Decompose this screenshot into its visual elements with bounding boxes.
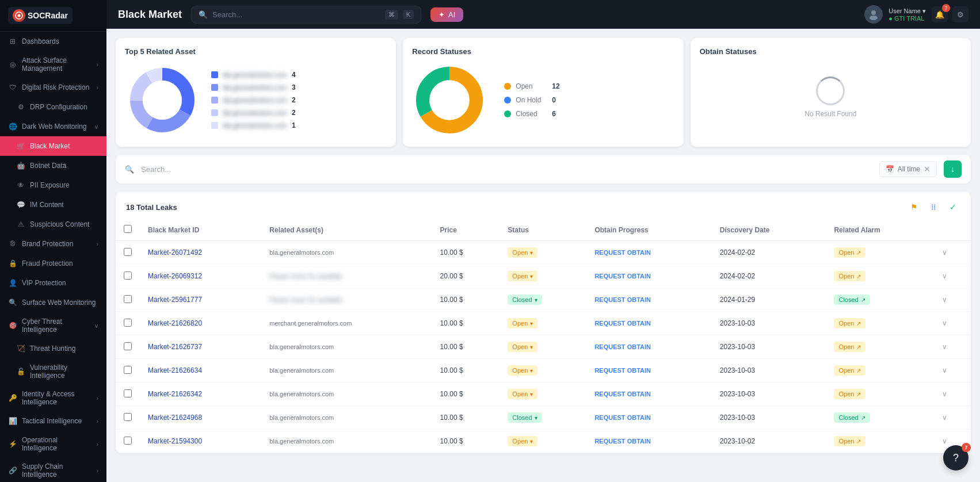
status-cell[interactable]: Closed ▾: [499, 288, 586, 312]
obtain-cell[interactable]: REQUEST OBTAIN: [586, 312, 711, 335]
settings-button[interactable]: ⚙: [952, 6, 968, 22]
sidebar-item-vip-protection[interactable]: 👤 VIP Protection: [0, 273, 106, 293]
confirm-icon-button[interactable]: ✓: [945, 200, 960, 215]
status-cell[interactable]: Open ▾: [499, 430, 586, 453]
sidebar-item-dashboards[interactable]: ⊞ Dashboards: [0, 32, 106, 51]
sidebar-item-dark-web[interactable]: 🌐 Dark Web Monitoring ∨: [0, 117, 106, 136]
row-checkbox-cell[interactable]: [116, 430, 140, 453]
obtain-button[interactable]: REQUEST OBTAIN: [594, 320, 651, 327]
alarm-cell[interactable]: Closed ↗: [826, 288, 933, 312]
obtain-cell[interactable]: REQUEST OBTAIN: [586, 430, 711, 453]
row-checkbox[interactable]: [124, 295, 132, 303]
columns-icon-button[interactable]: ⁞⁞: [926, 200, 941, 215]
row-checkbox-cell[interactable]: [116, 312, 140, 335]
status-cell[interactable]: Open ▾: [499, 359, 586, 382]
expand-cell[interactable]: ∨: [934, 359, 971, 382]
sidebar-item-supply-chain[interactable]: 🔗 Supply Chain Intelligence ›: [0, 457, 106, 482]
obtain-cell[interactable]: REQUEST OBTAIN: [586, 359, 711, 382]
sidebar-item-vulnerability[interactable]: 🔓 Vulnerability Intelligence: [0, 358, 106, 385]
row-checkbox-cell[interactable]: [116, 359, 140, 382]
alarm-badge[interactable]: Open ↗: [834, 436, 865, 446]
alarm-badge[interactable]: Open ↗: [834, 389, 865, 399]
external-link-icon[interactable]: ↗: [856, 391, 861, 397]
status-badge[interactable]: Open ▾: [508, 389, 537, 399]
obtain-cell[interactable]: REQUEST OBTAIN: [586, 335, 711, 359]
row-checkbox[interactable]: [124, 248, 132, 256]
status-cell[interactable]: Open ▾: [499, 241, 586, 265]
status-badge[interactable]: Open ▾: [508, 436, 537, 446]
sidebar-item-cyber-threat[interactable]: 🎯 Cyber Threat Intelligence ∨: [0, 312, 106, 339]
status-badge[interactable]: Closed ▾: [508, 294, 542, 305]
external-link-icon[interactable]: ↗: [856, 273, 861, 280]
row-checkbox[interactable]: [124, 437, 132, 445]
expand-cell[interactable]: ∨: [934, 382, 971, 406]
expand-row-button[interactable]: ∨: [942, 296, 947, 304]
alarm-badge[interactable]: Open ↗: [834, 318, 865, 328]
sidebar-item-pii-exposure[interactable]: 👁 PII Exposure: [0, 175, 106, 195]
sidebar-item-fraud-protection[interactable]: 🔒 Fraud Protection: [0, 254, 106, 273]
alarm-badge[interactable]: Closed ↗: [834, 412, 870, 423]
obtain-button[interactable]: REQUEST OBTAIN: [594, 414, 651, 421]
sidebar-item-drp-config[interactable]: ⚙ DRP Configuration: [0, 97, 106, 117]
sidebar-item-threat-hunting[interactable]: 🏹 Threat Hunting: [0, 339, 106, 358]
row-checkbox-cell[interactable]: [116, 406, 140, 430]
expand-row-button[interactable]: ∨: [942, 272, 947, 280]
alarm-badge[interactable]: Closed ↗: [834, 294, 870, 305]
alarm-cell[interactable]: Closed ↗: [826, 406, 933, 430]
status-badge[interactable]: Open ▾: [508, 365, 537, 376]
expand-cell[interactable]: ∨: [934, 335, 971, 359]
expand-row-button[interactable]: ∨: [942, 414, 947, 422]
row-checkbox-cell[interactable]: [116, 335, 140, 359]
status-cell[interactable]: Open ▾: [499, 265, 586, 288]
row-checkbox-cell[interactable]: [116, 265, 140, 288]
external-link-icon[interactable]: ↗: [861, 297, 865, 303]
expand-row-button[interactable]: ∨: [942, 343, 947, 351]
search-input[interactable]: [212, 10, 380, 19]
obtain-button[interactable]: REQUEST OBTAIN: [594, 391, 651, 397]
sidebar-item-black-market[interactable]: 🛒 Black Market: [0, 136, 106, 156]
status-badge[interactable]: Closed ▾: [508, 412, 542, 423]
external-link-icon[interactable]: ↗: [861, 415, 865, 421]
status-badge[interactable]: Open ▾: [508, 342, 537, 352]
expand-row-button[interactable]: ∨: [942, 319, 947, 327]
obtain-button[interactable]: REQUEST OBTAIN: [594, 249, 651, 256]
chat-bubble-button[interactable]: ? 7: [943, 445, 968, 470]
obtain-button[interactable]: REQUEST OBTAIN: [594, 296, 651, 303]
row-checkbox[interactable]: [124, 389, 132, 397]
expand-row-button[interactable]: ∨: [942, 390, 947, 398]
expand-cell[interactable]: ∨: [934, 288, 971, 312]
expand-row-button[interactable]: ∨: [942, 248, 947, 257]
expand-cell[interactable]: ∨: [934, 312, 971, 335]
filter-icon-button[interactable]: ⚑: [906, 200, 921, 215]
ai-button[interactable]: ✦ AI: [430, 7, 463, 22]
obtain-cell[interactable]: REQUEST OBTAIN: [586, 406, 711, 430]
search-bar[interactable]: 🔍 ⌘ K: [191, 6, 421, 24]
status-cell[interactable]: Open ▾: [499, 382, 586, 406]
obtain-button[interactable]: REQUEST OBTAIN: [594, 343, 651, 350]
status-cell[interactable]: Open ▾: [499, 335, 586, 359]
obtain-button[interactable]: REQUEST OBTAIN: [594, 367, 651, 374]
obtain-cell[interactable]: REQUEST OBTAIN: [586, 265, 711, 288]
expand-cell[interactable]: ∨: [934, 406, 971, 430]
expand-row-button[interactable]: ∨: [942, 366, 947, 374]
external-link-icon[interactable]: ↗: [856, 320, 861, 327]
obtain-cell[interactable]: REQUEST OBTAIN: [586, 382, 711, 406]
external-link-icon[interactable]: ↗: [856, 344, 861, 350]
status-badge[interactable]: Open ▾: [508, 271, 537, 281]
obtain-button[interactable]: REQUEST OBTAIN: [594, 273, 651, 280]
status-badge[interactable]: Open ▾: [508, 318, 537, 328]
alarm-badge[interactable]: Open ↗: [834, 271, 865, 281]
filter-time-picker[interactable]: 📅 All time ✕: [879, 161, 937, 177]
row-checkbox[interactable]: [124, 319, 132, 327]
notifications-button[interactable]: 🔔 7: [932, 6, 948, 22]
sidebar-item-identity[interactable]: 🔑 Identity & Access Intelligence ›: [0, 385, 106, 411]
row-checkbox[interactable]: [124, 366, 132, 374]
status-badge[interactable]: Open ▾: [508, 247, 537, 258]
alarm-cell[interactable]: Open ↗: [826, 382, 933, 406]
obtain-cell[interactable]: REQUEST OBTAIN: [586, 241, 711, 265]
sidebar-item-surface-web[interactable]: 🔍 Surface Web Monitoring: [0, 293, 106, 312]
alarm-badge[interactable]: Open ↗: [834, 247, 865, 258]
sidebar-item-tactical[interactable]: 📊 Tactical Intelligence ›: [0, 411, 106, 431]
sidebar-item-im-content[interactable]: 💬 IM Content: [0, 195, 106, 215]
logo-box[interactable]: SOCRadar: [8, 7, 73, 24]
